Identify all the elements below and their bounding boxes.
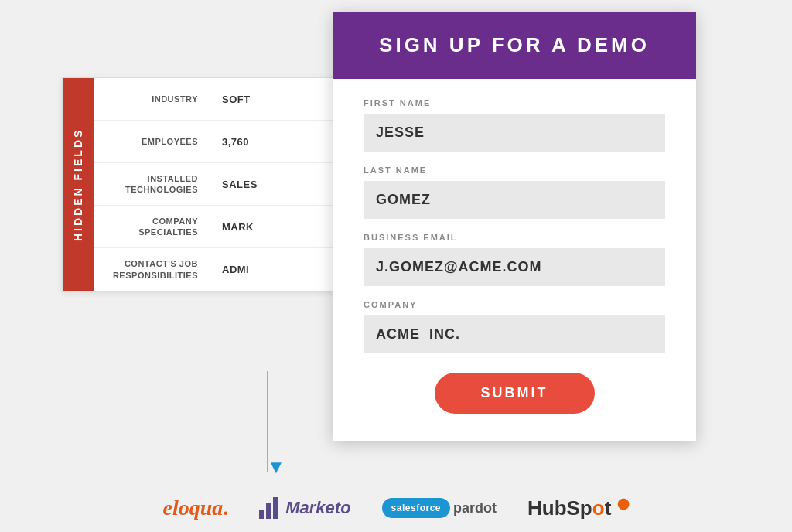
pardot-text: pardot [453, 500, 497, 517]
salesforce-cloud-badge: salesforce [382, 498, 450, 518]
down-arrow-icon: ▼ [267, 456, 285, 478]
label-last-name: LAST NAME [364, 165, 665, 175]
form-body: FIRST NAME LAST NAME BUSINESS EMAIL COMP… [333, 79, 696, 441]
fields-content: INDUSTRY SOFT EMPLOYEES 3,760 INSTALLEDT… [94, 78, 347, 291]
hubspot-logo: HubSpot ⬤ [527, 496, 630, 520]
salesforce-pardot-logo: salesforce pardot [382, 498, 497, 518]
marketo-text: Marketo [285, 498, 350, 518]
marketo-bars-icon [259, 497, 278, 519]
form-title: SIGN UP FOR A DEMO [348, 33, 681, 57]
hidden-fields-card: HIDDEN FIELDS INDUSTRY SOFT EMPLOYEES 3,… [62, 77, 348, 292]
field-label-company-specialties: COMPANYSPECIALTIES [94, 208, 210, 246]
field-value-installed-technologies: SALES [210, 171, 269, 198]
field-value-job-responsibilities: ADMI [210, 256, 261, 283]
field-value-industry: SOFT [210, 86, 262, 113]
logos-bar: eloqua. Marketo salesforce pardot HubSpo… [39, 496, 753, 520]
form-header: SIGN UP FOR A DEMO [333, 12, 696, 79]
eloqua-logo: eloqua. [162, 496, 228, 520]
last-name-input[interactable] [364, 181, 665, 219]
field-row: COMPANYSPECIALTIES MARK [94, 206, 347, 248]
horizontal-line [62, 418, 278, 418]
label-company: COMPANY [364, 300, 665, 309]
field-label-employees: EMPLOYEES [94, 128, 210, 155]
field-value-company-specialties: MARK [210, 213, 265, 240]
form-group-firstname: FIRST NAME [364, 98, 665, 152]
submit-button[interactable]: SUBMIT [435, 373, 595, 414]
label-business-email: BUSINESS EMAIL [364, 233, 665, 242]
company-input[interactable] [364, 315, 665, 353]
first-name-input[interactable] [364, 114, 665, 152]
field-row: INDUSTRY SOFT [94, 78, 347, 121]
field-row: CONTACT'S JOBRESPONSIBILITIES ADMI [94, 248, 347, 291]
form-group-email: BUSINESS EMAIL [364, 233, 665, 286]
field-row: EMPLOYEES 3,760 [94, 121, 347, 163]
form-group-company: COMPANY [364, 300, 665, 353]
form-group-lastname: LAST NAME [364, 165, 665, 219]
label-first-name: FIRST NAME [364, 98, 665, 107]
field-label-installed-technologies: INSTALLEDTECHNOLOGIES [94, 165, 210, 203]
signup-form-card: SIGN UP FOR A DEMO FIRST NAME LAST NAME … [333, 12, 696, 441]
field-value-employees: 3,760 [210, 128, 261, 155]
marketo-logo: Marketo [259, 497, 350, 519]
field-row: INSTALLEDTECHNOLOGIES SALES [94, 163, 347, 206]
field-label-industry: INDUSTRY [94, 86, 210, 112]
field-label-job-responsibilities: CONTACT'S JOBRESPONSIBILITIES [94, 251, 210, 288]
email-input[interactable] [364, 248, 665, 286]
hidden-fields-tab: HIDDEN FIELDS [63, 78, 94, 291]
